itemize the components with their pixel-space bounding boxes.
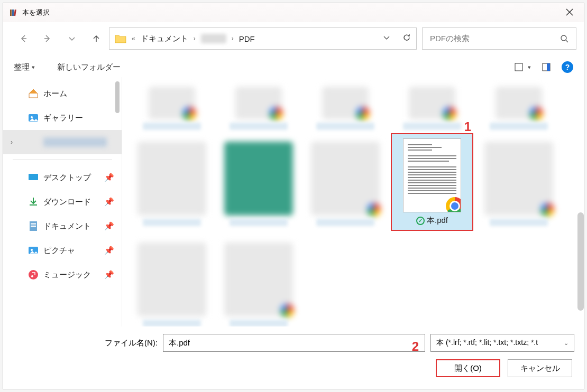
help-button[interactable]: ? [562,61,573,73]
file-name-label: 本.pdf [427,216,448,226]
sidebar-item-label [43,137,107,147]
sidebar-item-label: ピクチャ [43,246,75,256]
svg-point-15 [31,249,33,251]
filename-label: ファイル名(N): [105,338,158,348]
chrome-badge-icon [446,197,461,212]
preview-pane-icon [542,62,551,72]
svg-point-8 [31,116,33,118]
file-item[interactable] [304,133,387,226]
arrow-up-icon [92,34,100,43]
pin-icon: 📌 [104,221,114,231]
sidebar-item-pictures[interactable]: ピクチャ 📌 [3,238,122,263]
sidebar-item-label: デスクトップ [43,173,91,183]
file-thumbnail [403,138,461,212]
arrow-left-icon [19,34,27,43]
file-item[interactable] [217,83,300,130]
up-button[interactable] [91,33,102,44]
pictures-icon [27,245,39,256]
chevron-down-icon[interactable]: ⌄ [564,340,568,347]
home-icon [27,88,39,99]
cloud-icon [27,136,39,148]
svg-point-17 [31,275,33,277]
filetype-filter[interactable]: 本 (*.lrf; *.rtf; *.lit; *.txt; *.txtz; *… [430,334,574,352]
files-scrollbar[interactable] [577,212,584,311]
file-item[interactable] [131,133,213,226]
file-item[interactable] [217,133,300,226]
file-item[interactable] [391,83,473,130]
arrow-right-icon [43,34,52,43]
pin-icon: 📌 [104,246,114,255]
close-button[interactable] [562,5,577,21]
sidebar-item-music[interactable]: ミュージック 📌 [3,263,122,287]
svg-rect-4 [515,63,522,71]
address-dropdown[interactable] [382,33,391,44]
breadcrumb-pdf[interactable]: PDF [239,34,255,43]
file-item[interactable] [131,234,213,326]
view-large-button[interactable]: ▾ [514,62,531,72]
bottom-panel: ファイル名(N): 本.pdf ⌄ 本 (*.lrf; *.rtf; *.lit… [3,326,584,389]
open-button[interactable]: 開く(O) [436,359,500,377]
preview-pane-button[interactable] [542,62,551,72]
breadcrumb-documents[interactable]: ドキュメント [141,34,188,44]
file-item[interactable] [304,83,387,130]
sidebar-item-desktop[interactable]: デスクトップ 📌 [3,165,122,190]
sidebar: ホーム ギャラリー › デスクトップ 📌 ダウンロード 📌 [3,77,122,326]
chevron-down-icon: ▾ [528,64,531,71]
svg-rect-13 [31,226,36,227]
search-placeholder: PDFの検索 [430,34,470,44]
sidebar-item-label: ドキュメント [43,221,91,231]
document-icon [27,220,39,232]
address-bar[interactable]: « ドキュメント › › PDF [109,27,417,50]
svg-rect-2 [14,10,16,16]
sidebar-item-home[interactable]: ホーム [3,81,122,106]
file-item[interactable] [217,234,300,326]
new-folder-button[interactable]: 新しいフォルダー [57,62,121,72]
close-icon [566,8,573,16]
annotation-1: 1 [464,119,471,134]
svg-rect-11 [31,223,36,224]
sidebar-item-redacted[interactable]: › [3,130,122,154]
svg-point-16 [29,270,38,279]
download-icon [27,196,39,208]
check-icon: ✓ [416,217,425,225]
sidebar-item-downloads[interactable]: ダウンロード 📌 [3,190,122,214]
nav-buttons [11,33,104,44]
file-item-selected[interactable]: ✓ 本.pdf [391,133,473,231]
sidebar-item-gallery[interactable]: ギャラリー [3,106,122,130]
chevron-down-icon [68,34,76,43]
filename-input[interactable]: 本.pdf ⌄ [163,334,425,352]
file-item[interactable] [131,83,213,130]
recent-dropdown[interactable] [67,33,77,44]
breadcrumb-redacted[interactable] [201,34,226,43]
svg-rect-1 [12,10,14,16]
sidebar-item-documents[interactable]: ドキュメント 📌 [3,214,122,238]
svg-rect-6 [547,63,550,71]
svg-rect-9 [29,174,38,180]
titlebar: 本を選択 [3,3,584,22]
annotation-2: 2 [412,339,419,354]
folder-icon [115,34,126,43]
sidebar-item-label: ホーム [43,89,67,99]
nav-row: « ドキュメント › › PDF PDFの検索 [3,22,584,57]
expand-icon[interactable]: › [11,138,13,146]
file-item[interactable] [478,133,560,226]
refresh-icon [402,33,411,42]
app-icon [10,8,18,17]
dialog-title: 本を選択 [22,8,50,17]
organize-menu[interactable]: 整理 ▾ [14,62,35,72]
search-input[interactable]: PDFの検索 [422,27,576,50]
toolbar: 整理 ▾ 新しいフォルダー ▾ ? [3,57,584,77]
gallery-icon [27,112,39,124]
svg-rect-12 [31,225,36,226]
refresh-button[interactable] [402,33,411,44]
files-pane[interactable]: 1 ✓ 本.pdf [122,77,584,326]
view-large-icon [514,62,524,72]
sidebar-item-label: ダウンロード [43,197,91,207]
back-button[interactable] [18,33,29,44]
svg-rect-0 [10,10,12,16]
forward-button[interactable] [42,33,53,44]
cancel-button[interactable]: キャンセル [508,359,572,377]
pin-icon: 📌 [104,270,114,279]
file-item[interactable] [478,83,560,130]
breadcrumb-chevron-1: › [194,35,196,42]
